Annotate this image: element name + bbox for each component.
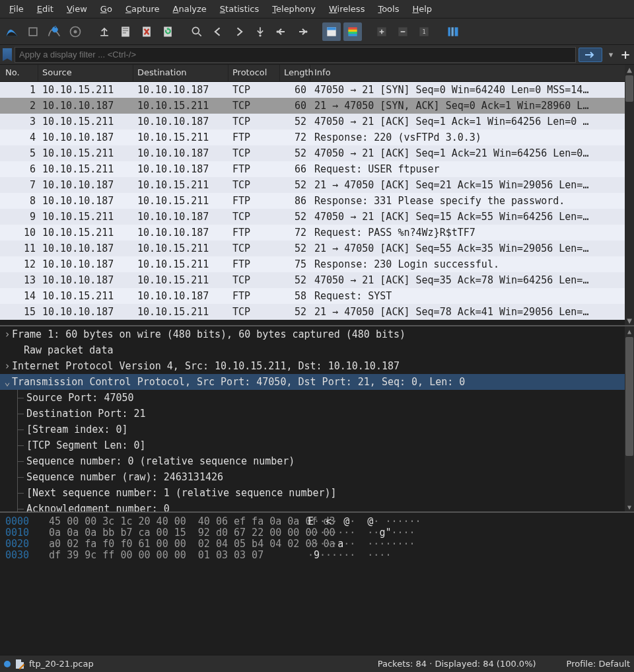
scroll-up-icon[interactable]: ▲ xyxy=(625,326,634,336)
filter-apply-button[interactable] xyxy=(579,48,602,62)
packet-row[interactable]: 210.10.10.18710.10.15.211TCP6021 → 47050… xyxy=(0,98,634,114)
scroll-down-icon[interactable]: ▼ xyxy=(625,502,634,511)
svg-rect-24 xyxy=(448,27,450,36)
scrollbar-thumb[interactable] xyxy=(625,337,633,456)
reload-file-icon[interactable] xyxy=(158,22,177,41)
menu-view[interactable]: View xyxy=(60,1,94,17)
packet-row[interactable]: 810.10.10.18710.10.15.211FTP86Response: … xyxy=(0,193,634,209)
packet-details-pane[interactable]: ›Frame 1: 60 bytes on wire (480 bits), 6… xyxy=(0,326,634,513)
save-file-icon[interactable] xyxy=(116,22,135,41)
resize-columns-icon[interactable] xyxy=(444,22,462,41)
hex-line[interactable]: 0010 0a 0a 0a bb b7 ca 00 15 92 d0 67 22… xyxy=(5,527,629,538)
scroll-up-icon[interactable]: ▲ xyxy=(625,65,634,74)
menu-help[interactable]: Help xyxy=(405,1,439,17)
packet-bytes-pane[interactable]: 0000 45 00 00 3c 1c 20 40 00 40 06 ef fa… xyxy=(0,513,634,655)
col-header-protocol[interactable]: Protocol xyxy=(229,65,280,81)
svg-point-11 xyxy=(259,34,261,36)
detail-line[interactable]: Acknowledgment number: 0 xyxy=(0,501,634,513)
col-header-destination[interactable]: Destination xyxy=(133,65,229,81)
detail-line[interactable]: Raw packet data xyxy=(0,342,634,358)
go-last-icon[interactable] xyxy=(293,22,312,41)
packet-row[interactable]: 1410.10.15.21110.10.10.187FTP58Request: … xyxy=(0,288,634,304)
menu-edit[interactable]: Edit xyxy=(30,1,60,17)
filter-history-dropdown[interactable]: ▾ xyxy=(605,48,617,62)
col-header-info[interactable]: Info xyxy=(310,65,634,81)
zoom-in-icon[interactable] xyxy=(372,22,391,41)
packet-row[interactable]: 610.10.15.21110.10.10.187FTP66Request: U… xyxy=(0,161,634,177)
hex-line[interactable]: 0030 df 39 9c ff 00 00 00 00 01 03 03 07… xyxy=(5,549,629,560)
close-file-icon[interactable] xyxy=(137,22,156,41)
zoom-reset-icon[interactable]: 1 xyxy=(415,22,433,41)
menu-tools[interactable]: Tools xyxy=(371,1,405,17)
menu-statistics[interactable]: Statistics xyxy=(213,1,265,17)
packet-row[interactable]: 410.10.10.18710.10.15.211FTP72Response: … xyxy=(0,130,634,145)
col-header-length[interactable]: Length xyxy=(280,65,310,81)
bookmark-icon[interactable] xyxy=(3,48,12,61)
go-to-packet-icon[interactable] xyxy=(251,22,269,41)
col-header-no[interactable]: No. xyxy=(0,65,38,81)
open-file-icon[interactable] xyxy=(95,22,114,41)
status-packet-count: Packets: 84 · Displayed: 84 (100.0%) xyxy=(378,659,536,669)
go-first-icon[interactable] xyxy=(272,22,291,41)
svg-text:1: 1 xyxy=(422,28,425,35)
detail-line[interactable]: Destination Port: 21 xyxy=(0,406,634,422)
restart-capture-icon[interactable] xyxy=(45,22,63,41)
packet-list-scrollbar[interactable]: ▲ ▼ xyxy=(625,65,634,325)
packet-row[interactable]: 110.10.15.21110.10.10.187TCP6047050 → 21… xyxy=(0,82,634,98)
svg-rect-6 xyxy=(123,30,128,31)
menu-telephony[interactable]: Telephony xyxy=(265,1,322,17)
detail-line[interactable]: Sequence number: 0 (relative sequence nu… xyxy=(0,453,634,469)
packet-list-pane: No. Source Destination Protocol Length I… xyxy=(0,65,634,326)
go-forward-icon[interactable] xyxy=(230,22,248,41)
add-filter-button[interactable]: + xyxy=(619,48,631,62)
details-scrollbar[interactable]: ▲ ▼ xyxy=(625,326,634,511)
menu-go[interactable]: Go xyxy=(94,1,119,17)
packet-row[interactable]: 910.10.15.21110.10.10.187TCP5247050 → 21… xyxy=(0,209,634,225)
svg-rect-17 xyxy=(348,29,357,31)
col-header-source[interactable]: Source xyxy=(38,65,133,81)
status-bar: ftp_20-21.pcap Packets: 84 · Displayed: … xyxy=(0,655,634,672)
menu-analyze[interactable]: Analyze xyxy=(166,1,213,17)
packet-row[interactable]: 510.10.15.21110.10.10.187TCP5247050 → 21… xyxy=(0,145,634,161)
packet-row[interactable]: 1010.10.15.21110.10.10.187FTP72Request: … xyxy=(0,225,634,241)
packet-row[interactable]: 1210.10.10.18710.10.15.211FTP75Response:… xyxy=(0,256,634,272)
hex-line[interactable]: 0020 a0 02 fa f0 f0 61 00 00 02 04 05 b4… xyxy=(5,538,629,549)
packet-row[interactable]: 710.10.10.18710.10.15.211TCP5221 → 47050… xyxy=(0,177,634,193)
svg-point-10 xyxy=(192,27,199,34)
packet-row[interactable]: 1110.10.10.18710.10.15.211TCP5221 → 4705… xyxy=(0,241,634,256)
detail-line[interactable]: ›Internet Protocol Version 4, Src: 10.10… xyxy=(0,358,634,374)
stop-capture-icon[interactable] xyxy=(24,22,42,41)
logo-icon[interactable] xyxy=(3,22,21,41)
packet-row[interactable]: 1510.10.10.18710.10.15.211TCP5221 → 4705… xyxy=(0,304,634,320)
detail-line[interactable]: [Next sequence number: 1 (relative seque… xyxy=(0,485,634,501)
menu-capture[interactable]: Capture xyxy=(119,1,166,17)
menu-file[interactable]: File xyxy=(3,1,30,17)
packet-row[interactable]: 310.10.15.21110.10.10.187TCP5247050 → 21… xyxy=(0,114,634,130)
packet-list-body[interactable]: 110.10.15.21110.10.10.187TCP6047050 → 21… xyxy=(0,82,634,326)
svg-rect-16 xyxy=(348,27,357,29)
detail-line[interactable]: ⌄Transmission Control Protocol, Src Port… xyxy=(0,374,634,390)
display-filter-input[interactable] xyxy=(15,47,576,63)
expert-info-icon[interactable] xyxy=(4,661,11,667)
hex-line[interactable]: 0000 45 00 00 3c 1c 20 40 00 40 06 ef fa… xyxy=(5,515,629,527)
detail-line[interactable]: ›Frame 1: 60 bytes on wire (480 bits), 6… xyxy=(0,326,634,342)
capture-file-comment-icon[interactable] xyxy=(16,659,24,669)
detail-line[interactable]: [Stream index: 0] xyxy=(0,422,634,437)
packet-list-header[interactable]: No. Source Destination Protocol Length I… xyxy=(0,65,634,82)
auto-scroll-icon[interactable] xyxy=(322,22,341,41)
detail-line[interactable]: [TCP Segment Len: 0] xyxy=(0,437,634,453)
go-back-icon[interactable] xyxy=(209,22,227,41)
options-icon[interactable] xyxy=(66,22,85,41)
find-icon[interactable] xyxy=(188,22,206,41)
packet-row[interactable]: 1310.10.10.18710.10.15.211TCP5247050 → 2… xyxy=(0,272,634,288)
scrollbar-thumb[interactable] xyxy=(625,75,633,102)
detail-line[interactable]: Source Port: 47050 xyxy=(0,390,634,406)
svg-rect-0 xyxy=(29,28,37,36)
status-profile[interactable]: Profile: Default xyxy=(567,659,630,669)
menu-wireless[interactable]: Wireless xyxy=(322,1,371,17)
svg-rect-3 xyxy=(100,35,108,36)
colorize-icon[interactable] xyxy=(343,22,362,41)
detail-line[interactable]: Sequence number (raw): 2463131426 xyxy=(0,469,634,485)
zoom-out-icon[interactable] xyxy=(394,22,412,41)
scroll-down-icon[interactable]: ▼ xyxy=(625,316,634,325)
